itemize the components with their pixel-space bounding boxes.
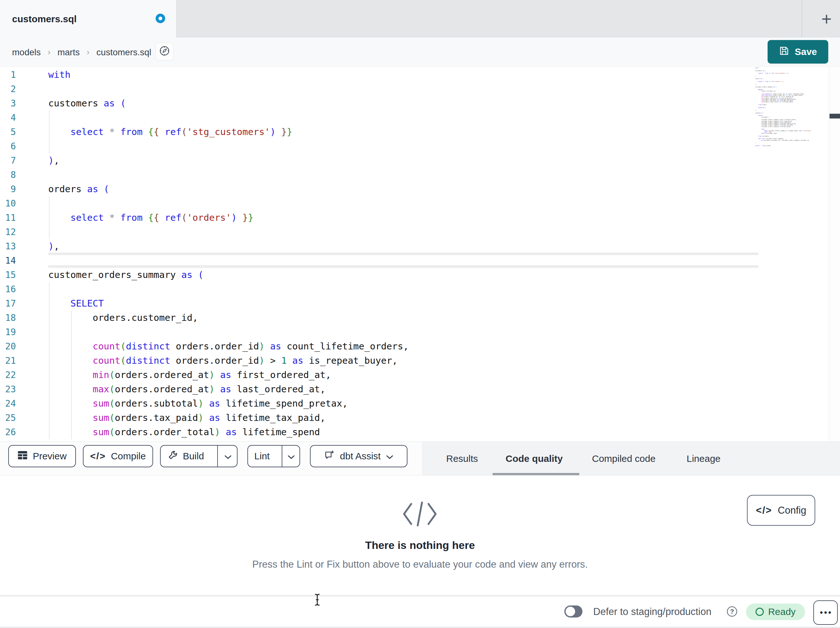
- dbt-assist-button[interactable]: dbt Assist: [310, 445, 407, 467]
- code-line[interactable]: ),: [48, 153, 409, 168]
- code-line[interactable]: min(orders.ordered_at) as first_ordered_…: [48, 368, 409, 382]
- breadcrumb-bar: models › marts › customers.sql Save: [0, 38, 840, 67]
- save-button-label: Save: [794, 46, 817, 57]
- line-number: 19: [0, 325, 16, 339]
- unsaved-indicator-dot: [156, 14, 165, 23]
- tab-customers-sql[interactable]: customers.sql: [0, 0, 177, 38]
- dbt-assist-button-label: dbt Assist: [340, 451, 381, 462]
- code-line[interactable]: [48, 325, 409, 339]
- code-area[interactable]: withcustomers as ( select * from {{ ref(…: [48, 68, 409, 439]
- line-number: 8: [0, 168, 16, 182]
- compile-button-label: Compile: [111, 451, 146, 462]
- tab-compiled-code[interactable]: Compiled code: [592, 442, 655, 475]
- text-cursor: [314, 593, 321, 607]
- scrollbar-thumb[interactable]: [829, 114, 840, 119]
- code-line[interactable]: [48, 225, 409, 239]
- line-number: 13: [0, 239, 16, 253]
- code-line[interactable]: customer_orders_summary as (: [48, 268, 409, 282]
- breadcrumb-item-models[interactable]: models: [12, 47, 41, 57]
- code-line[interactable]: ),: [48, 239, 409, 253]
- tab-bar: customers.sql +: [0, 0, 840, 38]
- ready-ring-icon: [756, 607, 764, 616]
- line-number: 17: [0, 296, 16, 311]
- lint-button-main[interactable]: Lint: [247, 446, 276, 467]
- line-number: 10: [0, 196, 16, 210]
- line-number: 11: [0, 210, 16, 225]
- tab-code-quality-label: Code quality: [505, 453, 563, 464]
- build-button[interactable]: Build: [160, 445, 238, 467]
- build-dropdown-chevron[interactable]: [217, 446, 238, 467]
- line-number: 20: [0, 339, 16, 354]
- new-tab-button[interactable]: +: [813, 0, 840, 38]
- table-icon: [17, 451, 28, 462]
- code-line[interactable]: with: [48, 68, 409, 82]
- tab-compiled-code-label: Compiled code: [592, 453, 655, 464]
- tab-results[interactable]: Results: [446, 442, 478, 475]
- line-number: 22: [0, 368, 16, 382]
- chevron-down-icon: [386, 451, 393, 462]
- code-line[interactable]: sum(orders.order_total) as lifetime_spen…: [48, 425, 409, 439]
- code-line[interactable]: count(distinct orders.order_id) as count…: [48, 339, 409, 354]
- breadcrumb-item-customers-sql[interactable]: customers.sql: [96, 47, 152, 57]
- save-button[interactable]: Save: [767, 40, 828, 63]
- code-line[interactable]: SELECT: [48, 296, 409, 311]
- code-line[interactable]: select * from {{ ref('stg_customers') }}: [48, 125, 409, 139]
- code-line[interactable]: [48, 196, 409, 210]
- code-line[interactable]: [48, 282, 409, 296]
- code-line[interactable]: orders as (: [48, 182, 409, 196]
- tab-lineage-label: Lineage: [687, 453, 721, 464]
- code-line[interactable]: orders.customer_id,: [48, 311, 409, 325]
- code-line[interactable]: customers as (: [48, 96, 409, 111]
- ready-status-label: Ready: [768, 606, 796, 617]
- lint-dropdown-chevron[interactable]: [282, 446, 300, 467]
- active-tab-underline: [493, 473, 579, 475]
- chevron-down-icon: [287, 451, 295, 462]
- breadcrumb-item-marts[interactable]: marts: [57, 47, 80, 57]
- code-line[interactable]: [48, 82, 409, 96]
- compile-button[interactable]: </> Compile: [83, 445, 153, 467]
- code-editor[interactable]: 1234567891011121314151617181920212223242…: [0, 67, 840, 441]
- defer-toggle[interactable]: [564, 606, 583, 617]
- more-options-button[interactable]: •••: [813, 600, 838, 625]
- code-line[interactable]: [48, 168, 409, 182]
- tab-results-label: Results: [446, 453, 478, 464]
- code-line[interactable]: max(orders.ordered_at) as last_ordered_a…: [48, 382, 409, 396]
- file-navigate-button[interactable]: [155, 42, 174, 61]
- editor-scrollbar[interactable]: [829, 67, 840, 441]
- code-line[interactable]: [48, 139, 409, 153]
- build-button-label: Build: [183, 451, 204, 462]
- lint-button[interactable]: Lint: [247, 445, 300, 467]
- help-icon[interactable]: ?: [727, 606, 737, 617]
- line-number: 21: [0, 354, 16, 368]
- line-number: 14: [0, 253, 16, 268]
- minimap[interactable]: with customers as ( select * from {{ ref…: [755, 67, 811, 146]
- tab-title: customers.sql: [12, 14, 77, 24]
- wrench-icon: [168, 450, 178, 462]
- empty-state-code-icon: [401, 500, 439, 529]
- defer-label: Defer to staging/production: [593, 596, 711, 627]
- tabbar-divider: [802, 0, 802, 38]
- toolbar: Preview </> Compile Build Lint: [0, 441, 840, 476]
- code-line[interactable]: count(distinct orders.order_id) > 1 as i…: [48, 354, 409, 368]
- code-icon: </>: [90, 451, 106, 462]
- tab-lineage[interactable]: Lineage: [687, 442, 721, 475]
- build-button-main[interactable]: Build: [159, 446, 212, 467]
- breadcrumb-separator: ›: [87, 47, 90, 57]
- lint-button-label: Lint: [254, 451, 270, 462]
- code-line[interactable]: select * from {{ ref('orders') }}: [48, 210, 409, 225]
- tab-code-quality[interactable]: Code quality: [505, 442, 563, 475]
- config-button[interactable]: </> Config: [747, 495, 815, 526]
- code-line[interactable]: sum(orders.subtotal) as lifetime_spend_p…: [48, 396, 409, 411]
- floppy-disk-icon: [779, 46, 789, 59]
- line-number: 5: [0, 125, 16, 139]
- breadcrumb: models › marts › customers.sql: [12, 38, 151, 67]
- assist-chat-icon: [324, 450, 335, 463]
- breadcrumb-separator: ›: [47, 47, 51, 57]
- preview-button[interactable]: Preview: [8, 445, 76, 467]
- code-line[interactable]: [48, 111, 409, 125]
- empty-state-title: There is nothing here: [0, 539, 840, 551]
- code-line[interactable]: sum(orders.tax_paid) as lifetime_tax_pai…: [48, 411, 409, 425]
- line-number: 4: [0, 111, 16, 125]
- config-button-label: Config: [778, 505, 806, 516]
- code-line[interactable]: [48, 253, 409, 268]
